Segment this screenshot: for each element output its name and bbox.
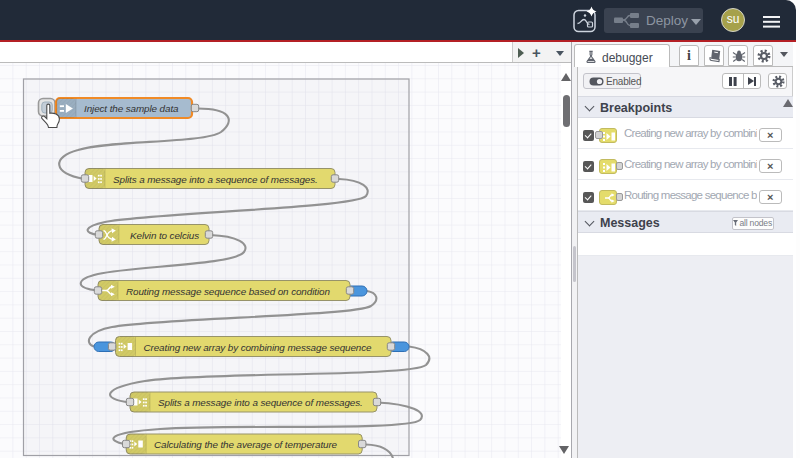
svg-text:Calculating the the average of: Calculating the the average of temperatu… xyxy=(154,439,338,450)
svg-text:Splits a message into a sequen: Splits a message into a sequence of mess… xyxy=(158,397,363,408)
svg-text:Splits a message into a sequen: Splits a message into a sequence of mess… xyxy=(113,174,318,185)
svg-text:Inject the sample data: Inject the sample data xyxy=(84,103,179,114)
svg-text:Routing message sequence based: Routing message sequence based on condit… xyxy=(126,286,330,297)
svg-text:Creating new array by combinin: Creating new array by combining message … xyxy=(144,342,373,353)
svg-text:Kelvin to celcius: Kelvin to celcius xyxy=(130,230,199,241)
